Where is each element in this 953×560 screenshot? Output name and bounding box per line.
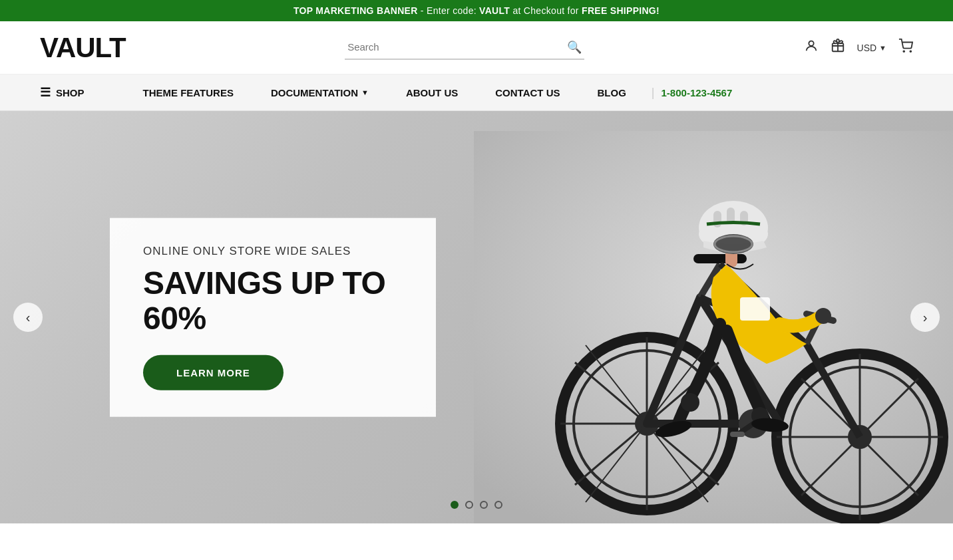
documentation-label: DOCUMENTATION [271, 87, 358, 98]
nav-about-us[interactable]: ABOUT US [387, 87, 476, 98]
chevron-right-icon: › [923, 310, 928, 325]
phone-number: 1-800-123-4567 [662, 87, 733, 98]
hero-subtitle: ONLINE ONLY STORE WIDE SALES [143, 245, 403, 258]
cart-icon [898, 41, 913, 56]
hero-content: ONLINE ONLY STORE WIDE SALES SAVINGS UP … [110, 218, 436, 417]
nav-divider: | [652, 86, 655, 100]
currency-label: USD [857, 43, 877, 53]
hero-section: ONLINE ONLY STORE WIDE SALES SAVINGS UP … [0, 111, 953, 523]
svg-rect-32 [730, 432, 745, 437]
cyclist-illustration [474, 111, 953, 523]
slider-dot-4[interactable] [494, 501, 502, 509]
about-us-label: ABOUT US [406, 87, 458, 98]
svg-point-34 [681, 393, 699, 412]
svg-rect-24 [693, 254, 747, 263]
search-box: 🔍 [345, 36, 584, 60]
blog-label: BLOG [597, 87, 626, 98]
theme-features-label: THEME FEATURES [143, 87, 234, 98]
gift-icon [831, 41, 845, 56]
nav-blog[interactable]: BLOG [578, 87, 644, 98]
slider-dot-1[interactable] [451, 501, 459, 509]
header: VAULT 🔍 USD ▼ [0, 21, 953, 74]
hero-title: SAVINGS UP TO 60% [143, 266, 403, 337]
search-icon: 🔍 [567, 41, 582, 54]
nav-contact-us[interactable]: CONTACT US [476, 87, 578, 98]
banner-highlight: FREE SHIPPING! [582, 5, 660, 16]
chevron-left-icon: ‹ [26, 310, 31, 325]
search-input[interactable] [347, 41, 567, 53]
slider-dots [451, 501, 502, 509]
banner-code: VAULT [479, 5, 510, 16]
hamburger-icon: ☰ [40, 85, 51, 100]
account-button[interactable] [804, 39, 819, 57]
banner-prefix: TOP MARKETING BANNER [293, 5, 418, 16]
svg-point-33 [815, 308, 831, 324]
shop-menu-button[interactable]: ☰ SHOP [40, 85, 85, 100]
svg-point-0 [809, 41, 813, 46]
shop-label: SHOP [56, 87, 85, 98]
slider-prev-button[interactable]: ‹ [13, 303, 43, 332]
slider-dot-3[interactable] [480, 501, 488, 509]
search-button[interactable]: 🔍 [567, 40, 582, 55]
documentation-chevron-icon: ▼ [361, 88, 369, 96]
slider-next-button[interactable]: › [910, 303, 940, 332]
svg-rect-46 [740, 297, 770, 321]
learn-more-button[interactable]: LEARN MORE [143, 354, 284, 390]
gift-button[interactable] [831, 39, 845, 57]
nav-documentation[interactable]: DOCUMENTATION ▼ [252, 87, 387, 98]
cart-button[interactable] [898, 39, 913, 57]
account-icon [804, 41, 819, 56]
top-banner: TOP MARKETING BANNER - Enter code: VAULT… [0, 0, 953, 21]
svg-point-3 [910, 51, 911, 52]
banner-suffix: at Checkout for [510, 5, 582, 16]
contact-us-label: CONTACT US [495, 87, 560, 98]
slider-dot-2[interactable] [465, 501, 473, 509]
currency-chevron-icon: ▼ [879, 44, 886, 52]
currency-selector[interactable]: USD ▼ [857, 43, 886, 53]
nav-bar: ☰ SHOP THEME FEATURES DOCUMENTATION ▼ AB… [0, 74, 953, 111]
header-actions: USD ▼ [804, 39, 913, 57]
search-container: 🔍 [152, 36, 777, 60]
svg-point-2 [903, 51, 904, 52]
banner-middle: - Enter code: [418, 5, 479, 16]
nav-theme-features[interactable]: THEME FEATURES [124, 87, 252, 98]
logo[interactable]: VAULT [40, 32, 126, 64]
nav-links: THEME FEATURES DOCUMENTATION ▼ ABOUT US … [124, 86, 913, 100]
